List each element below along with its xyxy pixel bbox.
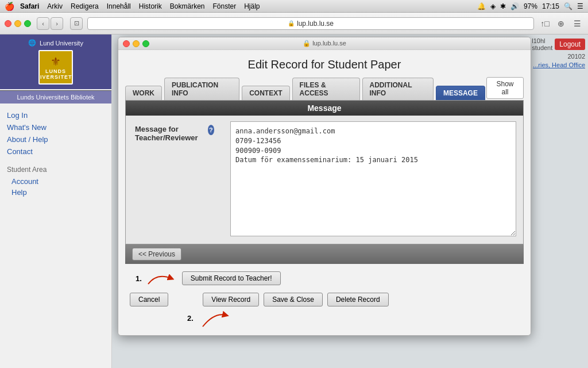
sidebar-item-contact[interactable]: Contact <box>7 145 105 158</box>
show-all-button[interactable]: Show all <box>486 77 524 99</box>
minimize-button[interactable] <box>14 20 21 27</box>
lund-crest: ⚜ LUNDSUNIVERSITETET <box>38 50 73 85</box>
dept-link[interactable]: ...ries, Head Office <box>533 62 585 68</box>
wifi-icon: ◈ <box>490 2 496 10</box>
sidebar: 🌐 Lund University ⚜ LUNDSUNIVERSITETET L… <box>0 34 112 368</box>
user-info-text: l10hlstudent <box>532 37 552 51</box>
step1-row: 1. Submit Record to Teacher! <box>130 270 519 287</box>
form-body: Edit Record for Student Paper WORK PUBLI… <box>118 50 531 335</box>
form-title: Edit Record for Student Paper <box>118 50 531 77</box>
volume-icon: 🔊 <box>510 2 519 10</box>
tab-context[interactable]: CONTEXT <box>242 86 289 100</box>
step2-number: 2. <box>187 314 194 323</box>
address-bar[interactable]: 🔒 lup.lub.lu.se <box>87 17 534 30</box>
field-label-col: Message for Teacher/Reviewer ? <box>126 116 223 244</box>
menu-redigera[interactable]: Redigera <box>71 2 99 10</box>
new-tab-button[interactable]: ⊕ <box>555 17 567 30</box>
logout-button[interactable]: Logout <box>555 39 585 50</box>
window-title: 🔒 lup.lub.lu.se <box>303 40 346 47</box>
tab-message[interactable]: MESSAGE <box>436 86 485 100</box>
window-close[interactable] <box>123 40 130 47</box>
back-button[interactable]: ‹ <box>37 17 49 30</box>
submit-record-button[interactable]: Submit Record to Teacher! <box>182 271 281 285</box>
share-button[interactable]: ↑□ <box>539 17 551 30</box>
tab-publication-info[interactable]: PUBLICATION INFO <box>164 78 239 100</box>
menu-innehall[interactable]: Innehåll <box>107 2 131 10</box>
course-code: 20102 <box>567 53 585 60</box>
tab-files-access[interactable]: FILES & ACCESS <box>292 78 360 100</box>
lock-small-icon: 🔒 <box>303 40 311 47</box>
window-titlebar: 🔒 lup.lub.lu.se <box>118 37 531 50</box>
close-button[interactable] <box>5 20 11 27</box>
form-area: Message Message for Teacher/Reviewer ? <box>125 100 524 244</box>
battery-text: 97% <box>524 2 537 10</box>
sidebar-item-account[interactable]: Account <box>7 176 105 187</box>
maximize-button[interactable] <box>24 20 31 27</box>
tab-work[interactable]: WORK <box>125 86 162 100</box>
safari-toolbar: ‹ › ⊡ 🔒 lup.lub.lu.se ↑□ ⊕ ☰ <box>0 13 588 34</box>
menu-hjalp[interactable]: Hjälp <box>244 2 260 10</box>
view-record-button[interactable]: View Record <box>203 293 259 306</box>
menu-safari[interactable]: Safari <box>20 2 39 10</box>
menu-historik[interactable]: Historik <box>139 2 162 10</box>
library-button[interactable]: Lunds Universitets Bibliotek <box>0 90 111 103</box>
browser-window: 🔒 lup.lub.lu.se Edit Record for Student … <box>118 37 531 336</box>
message-textarea[interactable] <box>230 121 516 236</box>
university-label: 🌐 Lund University <box>28 39 83 47</box>
menu-arkiv[interactable]: Arkiv <box>47 2 63 10</box>
url-text: lup.lub.lu.se <box>297 20 334 28</box>
menubar-right: 🔔 ◈ ✱ 🔊 97% 17:15 🔍 ☰ <box>477 2 583 10</box>
help-icon[interactable]: ? <box>208 125 214 135</box>
save-close-button[interactable]: Save & Close <box>264 293 323 306</box>
buttons-row: Cancel View Record Save & Close Delete R… <box>130 293 519 306</box>
outside-area: 1. Submit Record to Teacher! <box>118 264 531 335</box>
menu-bokmarken[interactable]: Bokmärken <box>170 2 205 10</box>
step2-area: View Record Save & Close Delete Record <box>203 293 388 306</box>
previous-button[interactable]: << Previous <box>132 248 181 260</box>
sidebar-item-about-help[interactable]: About / Help <box>7 133 105 145</box>
delete-record-button[interactable]: Delete Record <box>327 293 389 306</box>
field-label-text: Message for Teacher/Reviewer <box>135 125 204 142</box>
sidebar-item-help[interactable]: Help <box>7 187 105 198</box>
bluetooth-icon: ✱ <box>500 2 506 10</box>
window-maximize[interactable] <box>142 40 149 47</box>
search-icon[interactable]: 🔍 <box>564 2 572 10</box>
message-input-col <box>223 116 523 244</box>
window-traffic-lights <box>123 40 149 47</box>
menu-bar: 🍎 Safari Arkiv Redigera Innehåll Histori… <box>0 0 588 13</box>
university-globe-icon: 🌐 <box>28 39 36 47</box>
tab-additional-info[interactable]: ADDITIONAL INFO <box>362 78 434 100</box>
window-minimize[interactable] <box>133 40 140 47</box>
sidebar-item-login[interactable]: Log In <box>7 109 105 121</box>
nav-bar: << Previous <box>125 244 524 264</box>
lock-icon: 🔒 <box>288 20 295 26</box>
notification-icon: 🔔 <box>477 2 486 10</box>
right-panel: l10hlstudent Logout 20102 ...ries, Head … <box>532 37 585 68</box>
forward-button[interactable]: › <box>51 17 63 30</box>
safari-right-buttons: ↑□ ⊕ ☰ <box>539 17 583 30</box>
main-layout: 🌐 Lund University ⚜ LUNDSUNIVERSITETET L… <box>0 34 588 368</box>
sidebar-item-whats-new[interactable]: What's New <box>7 121 105 133</box>
section-header: Message <box>126 101 523 116</box>
sidebar-toggle[interactable]: ☰ <box>571 17 583 30</box>
student-area-title: Student Area <box>7 166 105 174</box>
traffic-lights <box>5 20 31 27</box>
cancel-button[interactable]: Cancel <box>130 293 168 306</box>
record-buttons: View Record Save & Close Delete Record <box>203 293 388 306</box>
step2-row: 2. <box>130 306 519 329</box>
menu-fonster[interactable]: Fönster <box>213 2 237 10</box>
sidebar-nav: Log In What's New About / Help Contact S… <box>0 103 111 368</box>
step1-arrow-icon <box>145 270 180 287</box>
list-icon[interactable]: ☰ <box>577 2 583 10</box>
university-name-text: Lund University <box>40 40 83 47</box>
crest-inner: ⚜ LUNDSUNIVERSITETET <box>40 51 72 83</box>
step2-arrow-icon <box>197 306 231 329</box>
step1-number: 1. <box>136 274 142 283</box>
content-area: 🔒 lup.lub.lu.se Edit Record for Student … <box>112 34 588 368</box>
tab-button[interactable]: ⊡ <box>70 17 83 30</box>
clock: 17:15 <box>542 2 559 10</box>
logo-area: 🌐 Lund University ⚜ LUNDSUNIVERSITETET <box>0 34 111 89</box>
apple-menu[interactable]: 🍎 <box>5 2 14 11</box>
nav-buttons: ‹ › <box>37 17 63 30</box>
lunds-text: LUNDSUNIVERSITETET <box>38 68 73 80</box>
